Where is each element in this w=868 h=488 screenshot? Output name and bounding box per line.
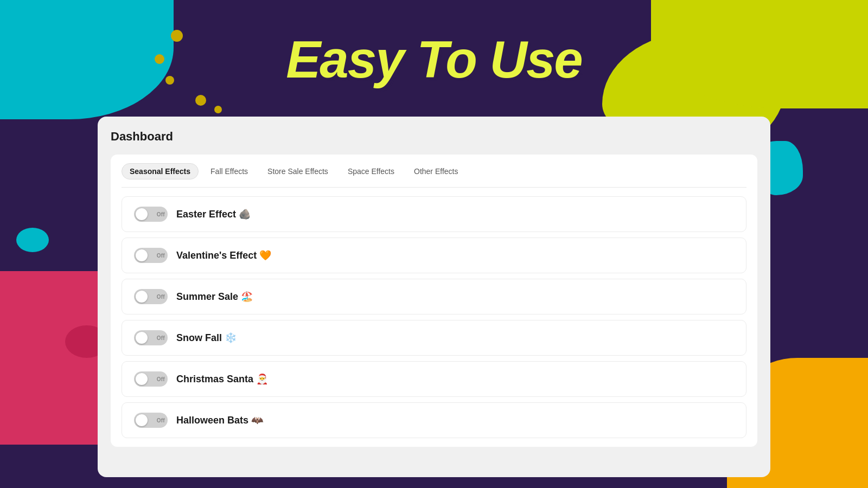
tab-seasonal-effects[interactable]: Seasonal Effects <box>122 163 199 179</box>
toggle-knob-4 <box>136 373 148 385</box>
toggle-4[interactable]: Off <box>134 371 168 387</box>
tab-space-effects[interactable]: Space Effects <box>340 164 402 179</box>
bg-blob-teal-bottom-left <box>16 228 49 252</box>
dashboard-title: Dashboard <box>111 130 757 144</box>
tab-other-effects[interactable]: Other Effects <box>406 164 465 179</box>
toggle-label-1: Off <box>157 253 165 259</box>
toggle-0[interactable]: Off <box>134 207 168 222</box>
toggle-1[interactable]: Off <box>134 248 168 263</box>
effect-label-2: Summer Sale 🏖️ <box>176 291 253 303</box>
toggle-knob-3 <box>136 332 148 344</box>
effect-label-5: Halloween Bats 🦇 <box>176 414 263 426</box>
toggle-label-0: Off <box>157 211 165 217</box>
toggle-knob-0 <box>136 208 148 220</box>
effect-label-4: Christmas Santa 🎅 <box>176 373 268 385</box>
effect-row-5: OffHalloween Bats 🦇 <box>122 402 746 438</box>
effect-label-0: Easter Effect 🪨 <box>176 208 251 220</box>
tabs-row: Seasonal EffectsFall EffectsStore Sale E… <box>122 163 746 188</box>
tab-fall-effects[interactable]: Fall Effects <box>203 164 256 179</box>
effect-label-1: Valentine's Effect 🧡 <box>176 249 271 261</box>
toggle-label-5: Off <box>157 418 165 423</box>
effect-row-4: OffChristmas Santa 🎅 <box>122 361 746 397</box>
effect-row-1: OffValentine's Effect 🧡 <box>122 237 746 273</box>
tab-store-sale-effects[interactable]: Store Sale Effects <box>260 164 336 179</box>
toggle-knob-2 <box>136 291 148 303</box>
toggle-label-4: Off <box>157 376 165 382</box>
effect-row-2: OffSummer Sale 🏖️ <box>122 279 746 314</box>
effect-label-3: Snow Fall ❄️ <box>176 332 237 344</box>
effect-row-0: OffEaster Effect 🪨 <box>122 196 746 232</box>
effect-row-3: OffSnow Fall ❄️ <box>122 320 746 356</box>
toggle-label-2: Off <box>157 294 165 300</box>
main-title: Easy To Use <box>286 30 582 89</box>
toggle-2[interactable]: Off <box>134 289 168 304</box>
tabs-container: Seasonal EffectsFall EffectsStore Sale E… <box>111 155 757 447</box>
toggle-knob-1 <box>136 249 148 261</box>
toggle-3[interactable]: Off <box>134 330 168 345</box>
effects-list: OffEaster Effect 🪨OffValentine's Effect … <box>122 196 746 438</box>
header-area: Easy To Use <box>0 0 868 119</box>
dashboard-panel: Dashboard Seasonal EffectsFall EffectsSt… <box>98 117 770 477</box>
toggle-knob-5 <box>136 414 148 426</box>
toggle-label-3: Off <box>157 335 165 341</box>
toggle-5[interactable]: Off <box>134 413 168 428</box>
